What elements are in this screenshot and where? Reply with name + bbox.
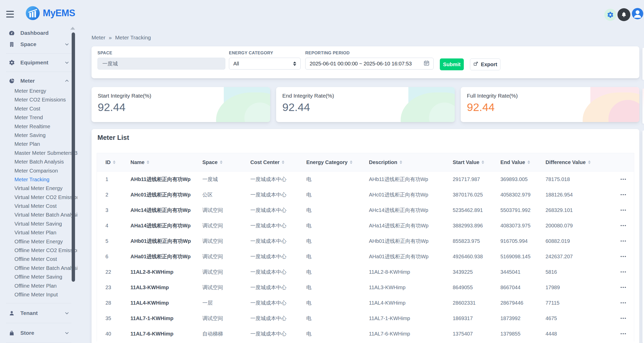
sidebar-subitem-offline-meter-batch-analysis[interactable]: Offline Meter Batch Analysis: [0, 264, 77, 272]
settings-button[interactable]: [604, 9, 616, 21]
sidebar-subitem-master-meter-submeters-balance[interactable]: Master Meter Submeters Balance: [0, 149, 77, 157]
column-header-start-value[interactable]: Start Value: [453, 159, 500, 165]
row-actions-button[interactable]: [619, 285, 628, 290]
row-actions-button[interactable]: [619, 331, 628, 337]
sidebar-subitem-meter-realtime[interactable]: Meter Realtime: [0, 122, 77, 131]
cell-id: 1: [97, 176, 130, 182]
notifications-button[interactable]: [617, 8, 630, 21]
sidebar-subitem-meter-cost[interactable]: Meter Cost: [0, 104, 77, 113]
sidebar-subitem-meter-co2-emissions[interactable]: Meter CO2 Emissions: [0, 95, 77, 104]
sidebar-item-equipment[interactable]: Equipment: [0, 57, 77, 68]
row-actions-button[interactable]: [619, 238, 628, 244]
sidebar-subitem-meter-tracking[interactable]: Meter Tracking: [0, 175, 77, 184]
cell-difference-value: 200080.079: [546, 223, 613, 229]
sidebar-subitem-meter-trend[interactable]: Meter Trend: [0, 113, 77, 122]
cell-space: 调试空间: [202, 238, 250, 245]
sidebar-scrollbar[interactable]: [72, 32, 75, 282]
sidebar-item-label: Equipment: [20, 59, 48, 66]
row-actions-button[interactable]: [619, 269, 628, 275]
sidebar-subitem-offline-meter-saving[interactable]: Offline Meter Saving: [0, 272, 77, 281]
energy-category-select[interactable]: All: [229, 58, 301, 70]
sidebar-subitem-virtual-meter-batch-analysis[interactable]: Virtual Meter Batch Analysis: [0, 210, 77, 219]
sidebar-subitem-virtual-meter-cost[interactable]: Virtual Meter Cost: [0, 202, 77, 210]
cell-space: 一层: [202, 299, 250, 306]
shopping-bag-icon: [9, 330, 15, 336]
sidebar-subitem-meter-batch-analysis[interactable]: Meter Batch Analysis: [0, 157, 77, 166]
sort-icon: [400, 160, 402, 164]
table-body: 1AHb11进线柜正向有功Wp一度城一度城成本中心电AHb11进线柜正向有功Wp…: [97, 172, 634, 341]
stat-value: 92.44: [282, 101, 455, 114]
sidebar-item-store[interactable]: Store: [0, 327, 77, 339]
column-header-energy-category[interactable]: Energy Category: [306, 159, 369, 165]
sidebar-subitem-meter-saving[interactable]: Meter Saving: [0, 131, 77, 140]
column-header-cost-center[interactable]: Cost Center: [250, 159, 306, 165]
sidebar-subitem-virtual-meter-saving[interactable]: Virtual Meter Saving: [0, 219, 77, 228]
row-actions-button[interactable]: [619, 223, 628, 228]
column-header-description[interactable]: Description: [369, 159, 453, 165]
sidebar-item-label: Meter: [20, 78, 35, 84]
sidebar-subitem-virtual-meter-energy[interactable]: Virtual Meter Energy: [0, 184, 77, 193]
cell-start-value: 5235462.891: [453, 207, 500, 213]
cell-difference-value: 5816: [546, 269, 613, 275]
gear-icon: [607, 11, 614, 18]
sidebar-subitem-offline-meter-plan[interactable]: Offline Meter Plan: [0, 281, 77, 290]
column-header-name[interactable]: Name: [130, 159, 202, 165]
cell-description: 11AL3-KWHimp: [369, 285, 453, 290]
sidebar-item-tenant[interactable]: Tenant: [0, 307, 77, 319]
sidebar-subitem-virtual-meter-plan[interactable]: Virtual Meter Plan: [0, 228, 77, 237]
cell-start-value: 3882993.896: [453, 223, 500, 229]
row-actions-button[interactable]: [619, 254, 628, 259]
cell-actions: [613, 300, 634, 306]
cell-id: 22: [97, 269, 130, 275]
cell-cost-center: 一度城成本中心: [250, 222, 306, 229]
cell-cost-center: 一度城成本中心: [250, 284, 306, 291]
row-actions-button[interactable]: [619, 192, 628, 198]
sidebar-item-meter[interactable]: Meter: [0, 75, 77, 87]
cell-energy-category: 电: [306, 207, 369, 214]
breadcrumb-current: Meter Tracking: [115, 35, 151, 41]
chevron-down-icon: [65, 311, 69, 315]
sidebar-subitem-offline-meter-cost[interactable]: Offline Meter Cost: [0, 255, 77, 263]
sidebar-item-dashboard[interactable]: Dashboard: [0, 27, 77, 39]
sidebar-subitem-offline-meter-energy[interactable]: Offline Meter Energy: [0, 237, 77, 246]
reporting-period-input[interactable]: 2025-06-01 00:00:00 ~ 2025-06-10 16:07:5…: [305, 58, 434, 70]
cell-name: AHc01进线柜正向有功Wp: [130, 191, 202, 198]
chevron-down-icon: [65, 331, 69, 335]
cell-actions: [613, 223, 634, 228]
sort-icon: [527, 160, 530, 164]
cell-start-value: 1375407: [453, 331, 500, 337]
cell-end-value: 5169098.145: [500, 254, 546, 260]
menu-toggle-button[interactable]: [6, 11, 14, 18]
sidebar-item-label: Store: [20, 330, 34, 336]
cell-id: 3: [97, 207, 130, 213]
sidebar-subitem-virtual-meter-co2-emissions[interactable]: Virtual Meter CO2 Emissions: [0, 193, 77, 202]
row-actions-button[interactable]: [619, 316, 628, 321]
calendar-icon: [423, 60, 430, 67]
sidebar-subitem-meter-plan[interactable]: Meter Plan: [0, 140, 77, 148]
submit-button[interactable]: Submit: [440, 58, 464, 70]
column-header-end-value[interactable]: End Value: [500, 159, 546, 165]
sidebar-item-space[interactable]: Space: [0, 39, 77, 50]
column-header-difference-value[interactable]: Difference Value: [546, 159, 613, 165]
sidebar-subitem-offline-meter-input[interactable]: Offline Meter Input: [0, 290, 77, 299]
scroll-up-arrow-icon[interactable]: [70, 27, 75, 30]
account-button[interactable]: [632, 8, 643, 19]
export-button[interactable]: Export: [470, 58, 500, 70]
cell-name: AHa14进线柜正向有功Wp: [130, 222, 202, 229]
sidebar-item-label: Space: [20, 41, 36, 47]
cell-energy-category: 电: [306, 253, 369, 260]
sidebar-subitem-meter-energy[interactable]: Meter Energy: [0, 87, 77, 95]
cell-end-value: 1873992: [500, 315, 546, 321]
cell-difference-value: 242637.207: [546, 254, 613, 260]
space-input[interactable]: 一度城: [97, 58, 225, 70]
cell-description: AHb11进线柜正向有功Wp: [369, 176, 453, 183]
column-header-id[interactable]: ID: [97, 159, 130, 165]
sidebar-subitem-meter-comparison[interactable]: Meter Comparison: [0, 166, 77, 175]
breadcrumb-parent[interactable]: Meter: [92, 35, 105, 41]
row-actions-button[interactable]: [619, 177, 628, 182]
brand-logo[interactable]: MyEMS: [26, 6, 75, 20]
column-header-space[interactable]: Space: [202, 159, 250, 165]
sidebar-subitem-offline-meter-co2-emissions[interactable]: Offline Meter CO2 Emissions: [0, 246, 77, 255]
row-actions-button[interactable]: [619, 300, 628, 306]
row-actions-button[interactable]: [619, 208, 628, 213]
